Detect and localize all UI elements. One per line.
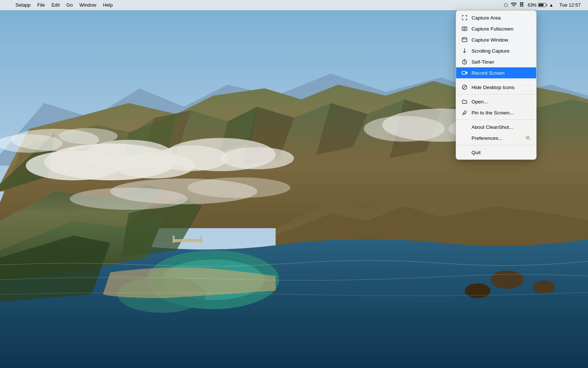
quit-icon: [461, 149, 468, 156]
capture-fullscreen-icon: [461, 25, 468, 32]
svg-rect-47: [522, 6, 523, 7]
battery-fill: [539, 4, 544, 6]
menubar-window[interactable]: Window: [76, 1, 99, 8]
menubar-left: Setapp File Edit Go Window Help: [4, 1, 116, 8]
svg-point-16: [491, 270, 524, 289]
menu-item-capture-fullscreen[interactable]: Capture Fullscreen: [456, 23, 536, 34]
quit-label: Quit: [472, 150, 531, 155]
capture-fullscreen-label: Capture Fullscreen: [472, 26, 531, 32]
preferences-shortcut: ⌘,: [526, 135, 531, 141]
menu-item-hide-desktop-icons[interactable]: Hide Desktop Icons: [456, 82, 536, 93]
self-timer-label: Self-Timer: [472, 59, 531, 65]
menu-item-capture-area[interactable]: Capture Area: [456, 12, 536, 23]
svg-rect-46: [520, 6, 521, 7]
hide-desktop-icons-icon: [461, 84, 468, 91]
menu-separator-1: [456, 80, 536, 80]
menu-item-capture-window[interactable]: Capture Window: [456, 34, 536, 45]
menu-item-quit[interactable]: Quit: [456, 147, 536, 158]
svg-rect-45: [522, 4, 523, 6]
preferences-icon: [461, 135, 468, 141]
capture-window-label: Capture Window: [472, 37, 531, 43]
battery-display: 63%: [528, 3, 546, 8]
svg-point-31: [154, 145, 228, 171]
menubar-edit[interactable]: Edit: [49, 1, 62, 8]
clock-display[interactable]: Tue 12:57: [556, 1, 584, 8]
svg-point-38: [187, 177, 290, 198]
menu-item-scrolling-capture[interactable]: Scrolling Capture: [456, 45, 536, 56]
menu-separator-3: [456, 120, 536, 120]
menu-item-self-timer[interactable]: Self-Timer: [456, 56, 536, 67]
menu-item-preferences[interactable]: Preferences... ⌘,: [456, 132, 536, 144]
pin-to-screen-label: Pin to the Screen...: [472, 110, 531, 116]
svg-point-49: [464, 28, 466, 30]
capture-window-icon: [461, 36, 468, 43]
open-label: Open...: [472, 99, 531, 105]
menubar-go[interactable]: Go: [64, 1, 76, 8]
svg-point-37: [70, 188, 187, 210]
svg-point-17: [533, 280, 555, 294]
menu-item-open[interactable]: Open...: [456, 96, 536, 107]
bluetooth-icon[interactable]: ▲: [549, 3, 553, 8]
svg-rect-24: [173, 236, 175, 243]
apple-menu[interactable]: [4, 4, 10, 6]
svg-point-52: [464, 38, 465, 39]
menu-separator-4: [456, 145, 536, 145]
menubar-setapp[interactable]: Setapp: [12, 1, 33, 8]
capture-area-label: Capture Area: [472, 15, 531, 21]
menu-item-record-screen[interactable]: Record Screen: [456, 67, 536, 78]
open-icon: [461, 98, 468, 105]
about-label: About CleanShot...: [472, 124, 531, 130]
about-icon: [461, 124, 468, 130]
battery-percent: 63%: [528, 3, 537, 8]
hide-desktop-icons-label: Hide Desktop Icons: [472, 85, 531, 90]
context-menu: Capture Area Capture Fullscreen Capture …: [456, 10, 537, 160]
record-screen-icon: [461, 70, 468, 76]
self-timer-icon: [461, 59, 468, 65]
record-screen-label: Record Screen: [472, 70, 531, 76]
svg-point-32: [220, 147, 294, 169]
cleanshot-icon[interactable]: ⬡: [504, 2, 508, 8]
svg-point-51: [463, 38, 463, 39]
scrolling-capture-label: Scrolling Capture: [472, 48, 531, 54]
grid-icon[interactable]: [520, 2, 525, 8]
svg-rect-44: [520, 4, 521, 6]
svg-rect-42: [520, 2, 521, 4]
preferences-label: Preferences...: [472, 135, 522, 141]
menu-separator-2: [456, 94, 536, 95]
svg-point-40: [364, 116, 445, 142]
svg-rect-54: [462, 71, 466, 74]
menu-item-about[interactable]: About CleanShot...: [456, 121, 536, 132]
svg-point-18: [465, 283, 491, 298]
battery-icon: [538, 3, 546, 7]
menubar-right: ⬡ 63%: [504, 1, 584, 8]
menu-item-pin-to-screen[interactable]: Pin to the Screen...: [456, 107, 536, 118]
scrolling-capture-icon: [461, 47, 468, 54]
capture-area-icon: [461, 14, 468, 21]
menubar-file[interactable]: File: [34, 1, 48, 8]
wifi-icon[interactable]: [511, 2, 517, 8]
menubar: Setapp File Edit Go Window Help ⬡: [0, 0, 588, 10]
pin-to-screen-icon: [461, 109, 468, 116]
menubar-help[interactable]: Help: [100, 1, 116, 8]
svg-rect-43: [522, 2, 523, 4]
svg-rect-48: [462, 27, 467, 31]
svg-rect-25: [200, 236, 202, 243]
svg-point-35: [59, 128, 118, 144]
